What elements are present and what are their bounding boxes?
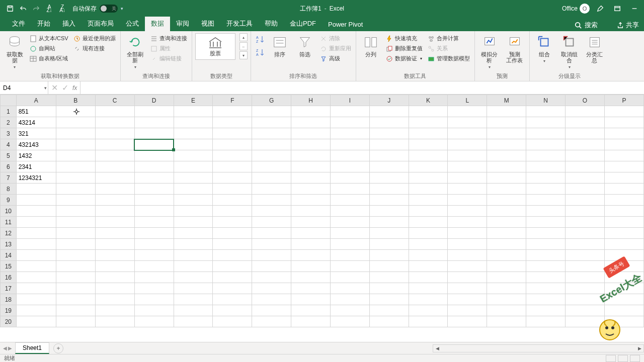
flash-fill-button[interactable]: 快速填充 (384, 34, 424, 43)
cell[interactable] (369, 150, 409, 161)
cell[interactable] (252, 139, 291, 150)
cell[interactable] (369, 250, 409, 261)
cell[interactable] (409, 150, 448, 161)
cell[interactable] (369, 206, 409, 217)
cell[interactable] (134, 172, 174, 184)
cell[interactable] (16, 272, 56, 283)
cell[interactable] (448, 117, 487, 128)
cell[interactable] (409, 184, 448, 195)
cell[interactable] (95, 305, 134, 316)
tab-data[interactable]: 数据 (145, 17, 170, 31)
cell[interactable] (526, 117, 566, 128)
save-icon[interactable] (5, 4, 15, 14)
cell[interactable] (526, 305, 566, 316)
row-header[interactable]: 2 (1, 117, 17, 128)
cell[interactable] (605, 250, 644, 261)
cell[interactable] (291, 172, 331, 184)
cell[interactable] (56, 283, 95, 294)
cell[interactable] (566, 316, 605, 327)
cell[interactable] (409, 316, 448, 327)
cell[interactable] (95, 172, 134, 184)
formula-input[interactable] (80, 81, 644, 94)
cell[interactable] (56, 316, 95, 327)
row-header[interactable]: 1 (1, 106, 17, 117)
column-header[interactable]: D (134, 95, 174, 106)
cell[interactable] (409, 139, 448, 150)
cell[interactable] (566, 228, 605, 239)
row-header[interactable]: 19 (1, 305, 17, 316)
cell[interactable] (95, 161, 134, 172)
cell[interactable] (95, 228, 134, 239)
cell[interactable] (252, 128, 291, 139)
cell[interactable] (134, 106, 174, 117)
cell[interactable] (369, 128, 409, 139)
cell[interactable] (448, 184, 487, 195)
cell[interactable] (134, 217, 174, 228)
column-header[interactable]: H (291, 95, 331, 106)
sheet-nav-prev-icon[interactable]: ◀ (3, 345, 7, 351)
row-header[interactable]: 12 (1, 228, 17, 239)
row-header[interactable]: 17 (1, 283, 17, 294)
cell[interactable] (95, 128, 134, 139)
cell[interactable] (487, 206, 526, 217)
cell[interactable] (16, 316, 56, 327)
scroll-left-icon[interactable]: ◀ (433, 346, 441, 351)
stocks-button[interactable]: 股票 (195, 33, 235, 60)
cell[interactable] (252, 161, 291, 172)
cell[interactable] (605, 272, 644, 283)
cell[interactable] (369, 283, 409, 294)
sort-desc-button[interactable]: ZA (254, 46, 266, 58)
queries-conn-button[interactable]: 查询和连接 (149, 34, 189, 43)
cell[interactable] (134, 128, 174, 139)
filter-button[interactable]: 筛选 (293, 33, 316, 58)
scroll-track[interactable] (441, 345, 635, 352)
cell[interactable] (605, 239, 644, 250)
ungroup-button[interactable]: 取消组合▾ (558, 33, 581, 71)
text-to-columns-button[interactable]: 分列 (359, 33, 382, 58)
cell[interactable] (566, 106, 605, 117)
cell[interactable] (252, 316, 291, 327)
cell[interactable] (291, 261, 331, 272)
cell[interactable] (448, 128, 487, 139)
from-table-button[interactable]: 自表格/区域 (28, 54, 70, 63)
sort-button[interactable]: 排序 (268, 33, 291, 58)
column-header[interactable]: K (409, 95, 448, 106)
cell[interactable] (526, 184, 566, 195)
nav-up-icon[interactable]: ▴ (239, 33, 248, 41)
cell[interactable] (56, 272, 95, 283)
cell[interactable] (409, 217, 448, 228)
cell[interactable] (331, 316, 370, 327)
cell[interactable] (56, 161, 95, 172)
cell[interactable] (566, 272, 605, 283)
cell[interactable] (409, 261, 448, 272)
cell[interactable] (213, 161, 252, 172)
cell[interactable] (448, 316, 487, 327)
cell[interactable]: 851 (16, 106, 56, 117)
cell[interactable] (134, 305, 174, 316)
cell[interactable] (174, 261, 213, 272)
cell[interactable] (331, 283, 370, 294)
cell[interactable] (526, 128, 566, 139)
from-csv-button[interactable]: 从文本/CSV (28, 34, 70, 43)
name-box[interactable]: D4 ▾ (0, 81, 48, 94)
namebox-dropdown-icon[interactable]: ▾ (44, 85, 47, 90)
cell[interactable] (331, 305, 370, 316)
row-header[interactable]: 20 (1, 316, 17, 327)
sheet-nav-next-icon[interactable]: ▶ (8, 345, 12, 351)
cell[interactable] (134, 239, 174, 250)
cell[interactable] (252, 239, 291, 250)
cell[interactable] (174, 294, 213, 305)
cell[interactable] (526, 217, 566, 228)
get-data-button[interactable]: 获取数 据 ▾ (3, 33, 26, 71)
cell[interactable] (213, 239, 252, 250)
cell[interactable] (291, 228, 331, 239)
cell[interactable] (56, 206, 95, 217)
column-header[interactable]: J (369, 95, 409, 106)
cell[interactable] (291, 128, 331, 139)
tab-view[interactable]: 视图 (195, 17, 220, 31)
cell[interactable] (174, 239, 213, 250)
cell[interactable] (566, 184, 605, 195)
cell[interactable] (213, 206, 252, 217)
cell[interactable] (252, 172, 291, 184)
cell[interactable] (213, 294, 252, 305)
